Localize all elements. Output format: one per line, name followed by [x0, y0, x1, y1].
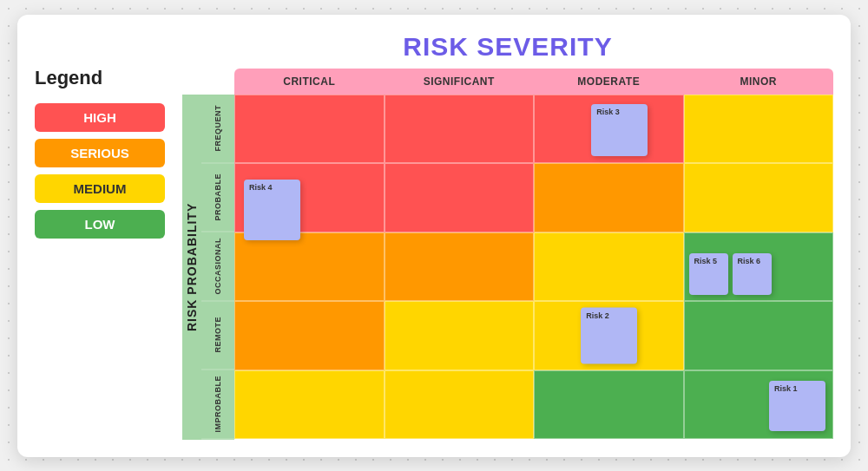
cell-r3c3 [684, 301, 834, 370]
legend-title: Legend [35, 67, 165, 89]
chart-title: RISK SEVERITY [182, 32, 833, 62]
legend-serious: SERIOUS [35, 139, 165, 167]
risk-note-1[interactable]: Risk 1 [769, 381, 825, 431]
risk-note-3[interactable]: Risk 3 [591, 104, 648, 156]
cell-r1c1 [385, 163, 535, 232]
grid-with-axis: RISK PROBABILITY FREQUENT PROBABLE OCCAS… [182, 95, 833, 440]
severity-header: CRITICAL SIGNIFICANT MODERATE MINOR [234, 69, 833, 95]
cell-r4c0 [234, 370, 385, 440]
cell-r0c3 [684, 95, 834, 164]
cell-r1c0: Risk 4 [234, 163, 385, 232]
legend-low: LOW [35, 210, 165, 239]
cell-r3c2: Risk 2 [534, 301, 684, 370]
cell-r4c3: Risk 1 [684, 370, 834, 440]
risk-matrix-container: Legend HIGH SERIOUS MEDIUM LOW RISK SEVE… [17, 15, 851, 457]
cell-r3c0 [234, 301, 385, 370]
prob-improbable: IMPROBABLE [201, 370, 234, 440]
severity-moderate: MODERATE [534, 69, 684, 95]
risk-note-4[interactable]: Risk 4 [244, 180, 300, 240]
cell-r2c1 [385, 232, 535, 302]
prob-frequent: FREQUENT [201, 95, 234, 164]
y-rows-labels: FREQUENT PROBABLE OCCASIONAL REMOTE IMPR… [201, 95, 234, 440]
cell-r0c2: Risk 3 [534, 95, 684, 164]
prob-occasional: OCCASIONAL [201, 232, 234, 302]
cell-r0c1 [385, 95, 535, 164]
cell-r1c3 [684, 163, 834, 232]
legend-high: HIGH [35, 103, 165, 132]
severity-minor: MINOR [684, 69, 834, 95]
cell-r2c0 [234, 232, 385, 302]
risk-note-6[interactable]: Risk 6 [733, 253, 772, 295]
legend-panel: Legend HIGH SERIOUS MEDIUM LOW [35, 32, 165, 239]
cell-r2c3: Risk 5 Risk 6 [684, 232, 834, 302]
legend-medium: MEDIUM [35, 174, 165, 203]
risk-note-2[interactable]: Risk 2 [581, 308, 637, 364]
risk-grid: Risk 3 Risk 4 [234, 95, 833, 440]
cell-r4c2 [534, 370, 684, 440]
cell-r0c0 [234, 95, 385, 164]
risk-note-5[interactable]: Risk 5 [689, 253, 728, 295]
cell-r3c1 [385, 301, 535, 370]
cell-r1c2 [534, 163, 684, 232]
cell-r4c1 [385, 370, 535, 440]
severity-critical: CRITICAL [234, 69, 385, 95]
y-axis-label: RISK PROBABILITY [182, 95, 201, 440]
severity-significant: SIGNIFICANT [385, 69, 535, 95]
y-axis-container: RISK PROBABILITY FREQUENT PROBABLE OCCAS… [182, 95, 234, 440]
prob-remote: REMOTE [201, 301, 234, 370]
prob-probable: PROBABLE [201, 163, 234, 232]
chart-area: RISK SEVERITY CRITICAL SIGNIFICANT MODER… [182, 32, 833, 440]
cell-r2c2 [534, 232, 684, 302]
